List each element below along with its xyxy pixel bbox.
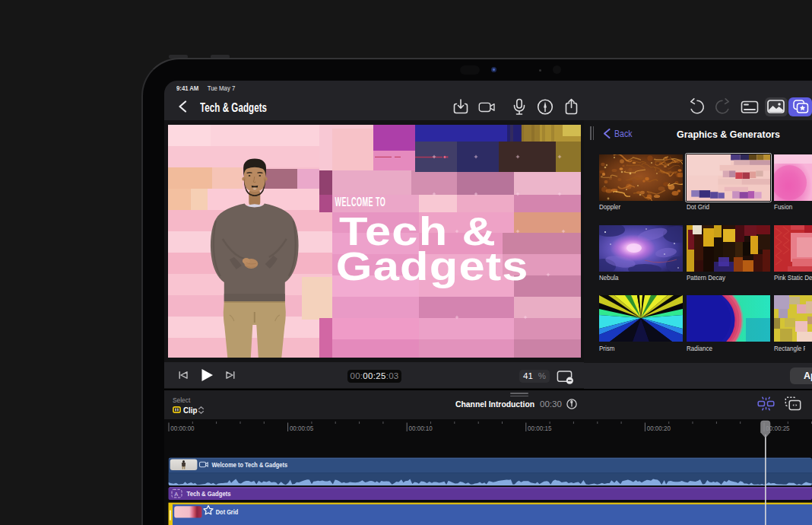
svg-text:00:00:05: 00:00:05 [290,425,313,432]
svg-text:Gadgets: Gadgets [336,243,529,288]
svg-text:00:00:00: 00:00:00 [170,425,194,432]
svg-text:Tech & Gadgets: Tech & Gadgets [187,490,231,498]
svg-text:00:00:20: 00:00:20 [647,425,671,432]
svg-text:A: A [174,491,178,498]
svg-text:Welcome to Tech & Gadgets: Welcome to Tech & Gadgets [211,461,287,469]
svg-text:Dot Grid: Dot Grid [216,508,239,516]
svg-text:00:00:10: 00:00:10 [409,425,433,432]
svg-text:00:00:15: 00:00:15 [528,425,551,432]
svg-text:WELCOME TO: WELCOME TO [335,194,386,208]
